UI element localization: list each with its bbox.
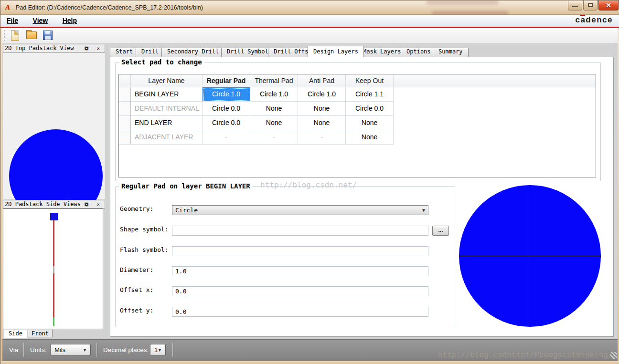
- geometry-value: Circle: [175, 207, 198, 214]
- row-header[interactable]: [119, 87, 131, 102]
- geometry-combo[interactable]: Circle ▼: [172, 205, 428, 215]
- layer-name-cell[interactable]: DEFAULT INTERNAL: [131, 102, 203, 116]
- side-view-bottom-segment: [53, 317, 54, 326]
- tab-options[interactable]: Options: [401, 48, 437, 57]
- diameter-label: Diameter:: [120, 266, 172, 276]
- title-bar[interactable]: A Pad Editor: (D:/Cadence/Cadence/Cadenc…: [0, 0, 619, 15]
- table-row-adjacent-layer: ADJACENT LAYER - - - None: [119, 130, 596, 145]
- col-regular-pad: Regular Pad: [203, 74, 250, 87]
- chevron-down-icon: ▼: [83, 344, 87, 356]
- side-views-header[interactable]: 2D Padstack Side Views ⧉ ✕: [3, 200, 105, 208]
- side-view-tab-front[interactable]: Front: [28, 330, 53, 337]
- header-filler: [394, 74, 596, 87]
- maximize-button[interactable]: [583, 0, 598, 10]
- save-floppy-icon: [43, 31, 53, 40]
- pad-cell[interactable]: None: [250, 116, 298, 130]
- offset-y-label: Offset y:: [120, 307, 172, 317]
- open-file-button[interactable]: [25, 30, 38, 42]
- layer-name-cell[interactable]: ADJACENT LAYER: [131, 130, 203, 145]
- pad-cell[interactable]: None: [346, 130, 394, 145]
- float-panel-icon[interactable]: ⧉: [85, 201, 88, 208]
- pad-cell[interactable]: -: [298, 130, 346, 145]
- table-row-default-internal: DEFAULT INTERNAL Circle 0.0 None None Ci…: [119, 102, 596, 116]
- pad-cell[interactable]: Circle 0.0: [203, 102, 250, 116]
- row-header[interactable]: [119, 102, 131, 116]
- maximize-icon: [588, 3, 593, 7]
- tab-summary[interactable]: Summary: [433, 48, 469, 57]
- top-padstack-view-title: 2D Top Padstack View: [5, 45, 74, 52]
- toolbar-drag-handle[interactable]: [4, 30, 5, 41]
- shape-symbol-input[interactable]: [172, 226, 428, 236]
- tab-drill-symbol[interactable]: Drill Symbol: [221, 48, 274, 57]
- tab-design-layers[interactable]: Design Layers: [308, 46, 364, 57]
- pad-cell[interactable]: None: [298, 116, 346, 130]
- statusbar-separator: [23, 343, 24, 357]
- col-anti-pad: Anti Pad: [298, 74, 346, 87]
- browse-button[interactable]: ...: [432, 226, 449, 236]
- cadence-logo: cadence: [575, 15, 613, 27]
- float-panel-icon[interactable]: ⧉: [85, 45, 88, 52]
- preview-crosshair-horizontal: [459, 256, 601, 256]
- save-button[interactable]: [42, 30, 54, 42]
- menu-file[interactable]: File: [0, 15, 24, 27]
- minimize-icon: [572, 6, 578, 7]
- pad-table: Layer Name Regular Pad Thermal Pad Anti …: [118, 74, 596, 177]
- select-pad-group-title: Select pad to change: [119, 58, 204, 66]
- col-layer-name: Layer Name: [131, 74, 203, 87]
- window-border-bottom: [0, 361, 619, 364]
- top-padstack-canvas[interactable]: [3, 53, 105, 199]
- menu-help[interactable]: Help: [56, 15, 83, 27]
- regular-pad-group: Regular Pad on layer BEGIN LAYER Geometr…: [115, 186, 455, 327]
- pad-cell[interactable]: Circle 0.0: [203, 116, 250, 130]
- units-combo[interactable]: Mils ▼: [50, 344, 91, 356]
- minimize-button[interactable]: [568, 0, 582, 10]
- decimal-places-combo[interactable]: 1 ▼: [150, 344, 166, 356]
- col-thermal-pad: Thermal Pad: [250, 74, 298, 87]
- row-header[interactable]: [119, 116, 131, 130]
- watermark-bottom: http://blog.csdhttpt/Pbeogscsthinking/: [438, 350, 613, 359]
- pad-cell[interactable]: Circle 1.0: [250, 87, 298, 102]
- offset-y-input[interactable]: [172, 307, 428, 317]
- pad-editor-window: A Pad Editor: (D:/Cadence/Cadence/Cadenc…: [0, 0, 619, 364]
- open-folder-icon: [26, 31, 37, 39]
- shape-symbol-label: Shape symbol:: [120, 226, 172, 236]
- close-panel-icon[interactable]: ✕: [96, 45, 100, 52]
- new-file-button[interactable]: [9, 30, 21, 42]
- tab-secondary-drill[interactable]: Secondary Drill: [161, 48, 224, 57]
- table-row-begin-layer: BEGIN LAYER Circle 1.0 Circle 1.0 Circle…: [119, 87, 596, 102]
- close-button[interactable]: ✕: [598, 0, 619, 10]
- pad-cell[interactable]: None: [250, 102, 298, 116]
- tab-start[interactable]: Start: [110, 48, 139, 57]
- pad-cell[interactable]: -: [250, 130, 298, 145]
- window-title: Pad Editor: (D:/Cadence/Cadence/Cadence_…: [16, 0, 203, 15]
- statusbar-separator: [96, 343, 97, 357]
- side-view-tab-side[interactable]: Side: [4, 330, 27, 338]
- side-view-canvas[interactable]: [3, 208, 103, 329]
- flash-symbol-input[interactable]: [172, 246, 428, 256]
- layer-name-cell[interactable]: END LAYER: [131, 116, 203, 130]
- row-header[interactable]: [119, 130, 131, 145]
- menu-view[interactable]: View: [27, 15, 54, 27]
- tab-drill[interactable]: Drill: [136, 48, 164, 57]
- pad-cell-selected[interactable]: Circle 1.0: [203, 87, 250, 102]
- diameter-input[interactable]: [172, 266, 428, 276]
- pad-cell[interactable]: Circle 1.0: [298, 87, 346, 102]
- offset-x-input[interactable]: [172, 286, 428, 296]
- pad-cell[interactable]: -: [203, 130, 250, 145]
- toolbar: [0, 28, 619, 43]
- offset-x-label: Offset x:: [120, 286, 172, 296]
- layer-name-cell[interactable]: BEGIN LAYER: [131, 87, 203, 102]
- top-padstack-view-header[interactable]: 2D Top Padstack View ⧉ ✕: [3, 44, 105, 52]
- pad-cell[interactable]: Circle 0.0: [346, 102, 394, 116]
- pad-cell[interactable]: Circle 1.1: [346, 87, 394, 102]
- corner-header-cell: [119, 74, 131, 87]
- ghost-artifact: [427, 0, 498, 4]
- close-panel-icon[interactable]: ✕: [96, 201, 100, 208]
- pad-cell[interactable]: None: [298, 102, 346, 116]
- resize-grip[interactable]: [610, 352, 617, 359]
- pad-table-header: Layer Name Regular Pad Thermal Pad Anti …: [119, 74, 596, 87]
- flash-symbol-label: Flash symbol:: [120, 246, 172, 256]
- decimal-places-label: Decimal places:: [103, 339, 149, 361]
- pad-cell[interactable]: None: [346, 116, 394, 130]
- tab-mask-layers[interactable]: Mask Layers: [357, 48, 406, 57]
